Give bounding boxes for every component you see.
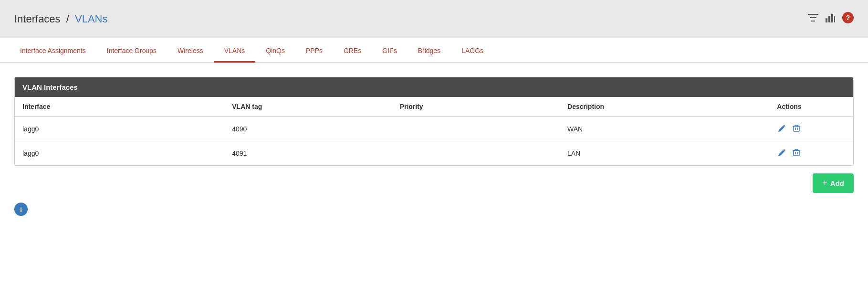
vlan-table: Interface VLAN tag Priority Description … — [15, 97, 853, 165]
tab-bridges[interactable]: Bridges — [408, 38, 451, 63]
header: Interfaces / VLANs — [0, 0, 868, 38]
svg-rect-4 — [828, 16, 830, 22]
table-row: lagg0 4090 WAN — [15, 117, 853, 141]
breadcrumb-base: Interfaces — [14, 13, 61, 25]
delete-button-1[interactable] — [791, 147, 802, 160]
add-label: Add — [830, 179, 844, 187]
col-header-interface: Interface — [15, 97, 224, 117]
breadcrumb: Interfaces / VLANs — [14, 13, 107, 25]
tab-gifs[interactable]: GIFs — [372, 38, 407, 63]
cell-priority-0 — [392, 117, 560, 141]
tab-interface-assignments[interactable]: Interface Assignments — [10, 38, 96, 63]
col-header-description: Description — [560, 97, 769, 117]
page-wrapper: Interfaces / VLANs — [0, 0, 868, 290]
info-section: i — [14, 203, 854, 216]
header-icons: ? — [808, 12, 854, 26]
filter-icon[interactable] — [808, 13, 818, 24]
breadcrumb-separator: / — [66, 13, 69, 25]
tab-gres[interactable]: GREs — [333, 38, 372, 63]
tab-interface-groups[interactable]: Interface Groups — [96, 38, 167, 63]
table-header-row: Interface VLAN tag Priority Description … — [15, 97, 853, 117]
add-row: + Add — [14, 173, 854, 193]
col-header-actions: Actions — [769, 97, 853, 117]
breadcrumb-current: VLANs — [75, 13, 107, 25]
add-button[interactable]: + Add — [813, 173, 854, 193]
tab-laggs[interactable]: LAGGs — [451, 38, 494, 63]
cell-vlan-tag-0: 4090 — [224, 117, 392, 141]
tab-wireless[interactable]: Wireless — [167, 38, 214, 63]
cell-interface-0: lagg0 — [15, 117, 224, 141]
cell-description-0: WAN — [560, 117, 769, 141]
table-section-title: VLAN Interfaces — [15, 77, 853, 97]
cell-priority-1 — [392, 141, 560, 166]
tab-vlans[interactable]: VLANs — [214, 38, 256, 63]
nav-tabs: Interface Assignments Interface Groups W… — [0, 38, 868, 63]
chart-icon[interactable] — [825, 13, 836, 25]
svg-rect-6 — [834, 16, 835, 22]
col-header-vlan-tag: VLAN tag — [224, 97, 392, 117]
cell-interface-1: lagg0 — [15, 141, 224, 166]
cell-description-1: LAN — [560, 141, 769, 166]
col-header-priority: Priority — [392, 97, 560, 117]
edit-button-0[interactable] — [777, 123, 787, 135]
svg-rect-3 — [826, 18, 827, 22]
svg-rect-5 — [831, 14, 833, 22]
svg-rect-13 — [794, 150, 799, 156]
tab-ppps[interactable]: PPPs — [295, 38, 333, 63]
add-icon: + — [822, 178, 827, 188]
vlan-table-section: VLAN Interfaces Interface VLAN tag Prior… — [14, 77, 854, 166]
cell-actions-1 — [769, 141, 853, 166]
action-icons-0 — [777, 123, 846, 135]
main-content: VLAN Interfaces Interface VLAN tag Prior… — [0, 63, 868, 226]
svg-text:?: ? — [846, 14, 850, 21]
svg-rect-9 — [794, 126, 799, 131]
cell-actions-0 — [769, 117, 853, 141]
edit-button-1[interactable] — [777, 147, 787, 160]
help-icon[interactable]: ? — [842, 12, 854, 26]
table-row: lagg0 4091 LAN — [15, 141, 853, 166]
action-icons-1 — [777, 147, 846, 160]
info-icon[interactable]: i — [14, 203, 28, 216]
cell-vlan-tag-1: 4091 — [224, 141, 392, 166]
tab-qinqs[interactable]: QinQs — [255, 38, 295, 63]
delete-button-0[interactable] — [791, 123, 802, 135]
